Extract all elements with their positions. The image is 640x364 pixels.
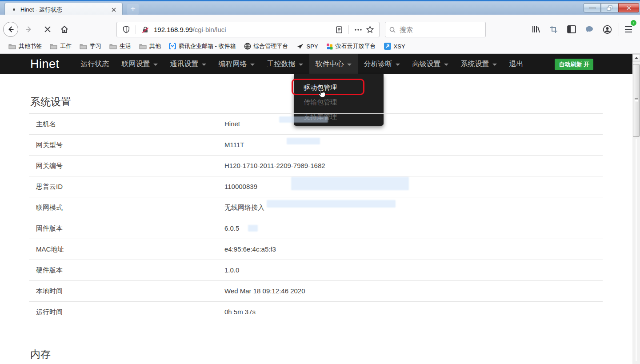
forward-button[interactable] xyxy=(21,22,36,37)
search-input[interactable] xyxy=(400,26,475,33)
artifact-smudge xyxy=(248,225,258,232)
screenshot-icon[interactable] xyxy=(548,24,559,35)
chevron-down-icon xyxy=(153,64,158,66)
table-row: 固件版本6.0.5 xyxy=(29,218,603,239)
sidebar-icon[interactable] xyxy=(566,24,577,35)
close-button[interactable] xyxy=(618,3,639,12)
tencent-mail-icon xyxy=(169,43,176,49)
tab-favicon-icon xyxy=(13,8,15,11)
window-titlebar: Hinet - 运行状态 + xyxy=(0,0,640,15)
bookmark-item[interactable]: 萤石云开放平台 xyxy=(322,41,380,52)
tab-close-icon[interactable] xyxy=(110,6,118,14)
table-row: 硬件版本1.0.0 xyxy=(29,260,603,280)
browser-tab[interactable]: Hinet - 运行状态 xyxy=(4,3,123,16)
mouse-cursor-pointer xyxy=(316,88,327,100)
system-info-table: 主机名Hinet 网关型号M111T 网关编号H120-1710-2011-22… xyxy=(29,113,603,322)
nav-item-network-settings[interactable]: 联网设置 xyxy=(116,54,164,74)
tab-title: Hinet - 运行状态 xyxy=(20,6,110,14)
chevron-down-icon xyxy=(444,64,448,66)
table-row: 运行时间0h 5m 37s xyxy=(29,301,603,322)
menu-item-transport-package[interactable]: 传输包管理 xyxy=(294,95,384,109)
nav-item-analysis-diagnosis[interactable]: 分析诊断 xyxy=(358,54,406,74)
folder-icon xyxy=(8,44,16,49)
urlbar-divider xyxy=(136,25,136,34)
folder-icon xyxy=(109,44,117,49)
tracking-shield-icon[interactable] xyxy=(120,24,132,36)
library-icon[interactable] xyxy=(531,24,541,35)
page-scrollbar[interactable] xyxy=(632,54,640,364)
search-bar[interactable] xyxy=(385,22,486,37)
minimize-button[interactable] xyxy=(584,3,601,12)
nav-item-comm-settings[interactable]: 通讯设置 xyxy=(164,54,212,74)
table-row: MAC地址e4:95:6e:4c:a5:f3 xyxy=(29,239,603,260)
table-row: 网关编号H120-1710-2011-2209-7989-1682 xyxy=(29,155,603,176)
nav-item-software-center[interactable]: 软件中心 xyxy=(309,54,358,74)
urlbar-divider xyxy=(348,25,349,34)
bookmarks-bar: 其他书签 工作 学习 生活 其他 腾讯企业邮箱 - 收件箱 综合管理平台 SPY… xyxy=(0,39,640,54)
scrollbar-thumb[interactable] xyxy=(633,64,640,137)
app-logo[interactable]: Hinet xyxy=(30,57,60,71)
reader-mode-icon[interactable] xyxy=(333,24,345,36)
nav-item-running-status[interactable]: 运行状态 xyxy=(75,54,116,74)
update-badge-icon: ↑ xyxy=(631,20,636,26)
back-button[interactable] xyxy=(3,22,18,37)
auto-refresh-toggle[interactable]: 自动刷新 开 xyxy=(555,59,593,70)
folder-icon xyxy=(80,44,87,49)
toolbar-divider xyxy=(619,23,619,36)
home-button[interactable] xyxy=(57,22,72,37)
table-row: 本地时间Wed Mar 18 09:12:46 2020 xyxy=(29,280,603,301)
url-path: /cgi-bin/luci xyxy=(193,26,226,33)
nav-item-programming-network[interactable]: 编程网络 xyxy=(212,54,261,74)
chevron-down-icon xyxy=(299,64,303,66)
app-navbar: Hinet 运行状态 联网设置 通讯设置 编程网络 工控数据 软件中心 分析诊断… xyxy=(0,54,632,74)
nav-item-advanced-settings[interactable]: 高级设置 xyxy=(406,54,455,74)
nav-item-logout[interactable]: 退出 xyxy=(503,54,530,74)
new-tab-button[interactable]: + xyxy=(127,4,139,15)
annotation-highlight-box xyxy=(292,79,364,95)
insecure-lock-icon[interactable] xyxy=(140,24,151,36)
bookmark-folder[interactable]: 生活 xyxy=(105,41,135,52)
page-content: Hinet 运行状态 联网设置 通讯设置 编程网络 工控数据 软件中心 分析诊断… xyxy=(0,54,640,364)
url-bar[interactable]: 192.168.9.99/cgi-bin/luci xyxy=(116,22,380,37)
restore-button[interactable] xyxy=(601,3,618,12)
chevron-down-icon xyxy=(347,64,352,66)
bookmark-item[interactable]: SPY xyxy=(292,41,322,52)
account-icon[interactable] xyxy=(602,24,612,35)
chevron-down-icon xyxy=(202,64,206,66)
bookmark-star-icon[interactable] xyxy=(364,24,376,36)
page-actions-icon[interactable] xyxy=(352,24,364,36)
section-title-system: 系统设置 xyxy=(30,95,71,109)
bookmark-folder[interactable]: 工作 xyxy=(46,41,76,52)
bookmark-item[interactable]: XSY xyxy=(380,41,409,52)
xsy-arrow-icon xyxy=(384,43,391,50)
chat-bubble-icon[interactable] xyxy=(584,24,595,35)
nav-item-system-settings[interactable]: 系统设置 xyxy=(455,54,503,74)
section-title-memory: 内存 xyxy=(30,348,51,361)
globe-icon xyxy=(244,43,251,50)
bookmark-folder[interactable]: 其他 xyxy=(135,41,165,52)
chevron-down-icon xyxy=(492,64,497,66)
spy-plane-icon xyxy=(296,43,304,50)
browser-toolbar: 192.168.9.99/cgi-bin/luci ↑ xyxy=(0,15,640,39)
bookmark-item[interactable]: 综合管理平台 xyxy=(240,41,292,52)
ezviz-blocks-icon xyxy=(326,43,333,50)
artifact-smudge xyxy=(279,116,328,123)
bookmark-folder[interactable]: 其他书签 xyxy=(4,41,46,52)
artifact-smudge xyxy=(291,177,409,190)
artifact-smudge xyxy=(287,138,320,144)
search-icon xyxy=(389,26,396,33)
chevron-down-icon xyxy=(396,64,400,66)
nav-item-industrial-data[interactable]: 工控数据 xyxy=(261,54,309,74)
bookmark-item[interactable]: 腾讯企业邮箱 - 收件箱 xyxy=(165,41,240,52)
window-controls xyxy=(584,3,639,12)
bookmark-folder[interactable]: 学习 xyxy=(76,41,105,52)
scrollbar-up-arrow[interactable] xyxy=(632,54,640,62)
artifact-smudge xyxy=(267,200,396,208)
chevron-down-icon xyxy=(250,64,255,66)
stop-button[interactable] xyxy=(40,22,55,37)
url-domain: 192.168.9.99 xyxy=(154,26,193,33)
folder-icon xyxy=(50,44,57,49)
folder-icon xyxy=(139,44,147,49)
